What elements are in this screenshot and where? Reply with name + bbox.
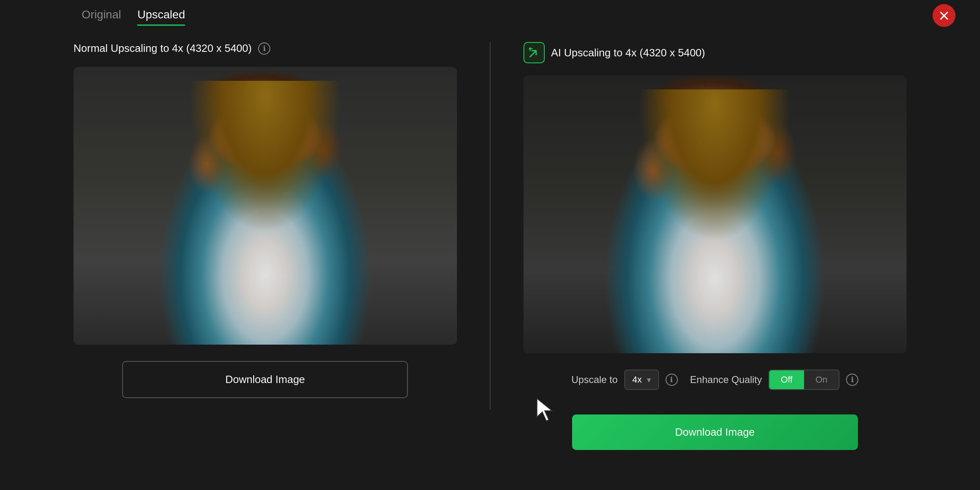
tab-upscaled[interactable]: Upscaled bbox=[137, 8, 185, 26]
upscale-select[interactable]: 4x ▾ bbox=[624, 370, 659, 390]
panel-divider bbox=[490, 42, 491, 410]
left-panel-header: Normal Upscaling to 4x (4320 x 5400) ℹ bbox=[74, 42, 457, 55]
right-panel-title: AI Upscaling to 4x (4320 x 5400) bbox=[551, 47, 705, 59]
upscale-info-icon[interactable]: ℹ bbox=[666, 374, 678, 386]
chevron-down-icon: ▾ bbox=[647, 375, 651, 385]
ai-upscale-icon bbox=[523, 42, 545, 63]
ai-controls-row: Upscale to 4x ▾ ℹ Enhance Quality Off On… bbox=[523, 370, 907, 390]
upscale-to-group: Upscale to 4x ▾ ℹ bbox=[571, 370, 678, 390]
enhance-quality-toggle: Off On bbox=[768, 370, 840, 390]
left-bottom-controls: Download Image bbox=[74, 361, 457, 398]
toggle-on-button[interactable]: On bbox=[804, 370, 839, 389]
right-image-container bbox=[523, 76, 907, 353]
right-panel-header: AI Upscaling to 4x (4320 x 5400) bbox=[523, 42, 907, 63]
main-content: Normal Upscaling to 4x (4320 x 5400) ℹ D… bbox=[0, 42, 980, 450]
left-panel: Normal Upscaling to 4x (4320 x 5400) ℹ D… bbox=[74, 42, 457, 450]
right-bottom-controls: Download Image bbox=[523, 414, 907, 450]
enhance-quality-label: Enhance Quality bbox=[690, 374, 762, 385]
right-download-button[interactable]: Download Image bbox=[572, 414, 858, 450]
close-button[interactable] bbox=[933, 4, 956, 27]
left-panel-title: Normal Upscaling to 4x (4320 x 5400) bbox=[74, 42, 252, 55]
enhance-quality-group: Enhance Quality Off On ℹ bbox=[690, 370, 858, 390]
right-panel: AI Upscaling to 4x (4320 x 5400) Upscale… bbox=[523, 42, 907, 450]
left-image-container bbox=[74, 67, 457, 345]
enhance-info-icon[interactable]: ℹ bbox=[846, 374, 858, 386]
tab-original[interactable]: Original bbox=[82, 8, 121, 26]
upscale-to-label: Upscale to bbox=[571, 374, 617, 385]
upscale-value: 4x bbox=[633, 374, 642, 385]
left-image bbox=[74, 67, 457, 345]
right-image bbox=[523, 76, 907, 353]
left-download-button[interactable]: Download Image bbox=[122, 361, 408, 398]
tab-bar: Original Upscaled bbox=[0, 0, 980, 34]
toggle-off-button[interactable]: Off bbox=[769, 370, 804, 389]
left-info-icon[interactable]: ℹ bbox=[258, 42, 270, 55]
